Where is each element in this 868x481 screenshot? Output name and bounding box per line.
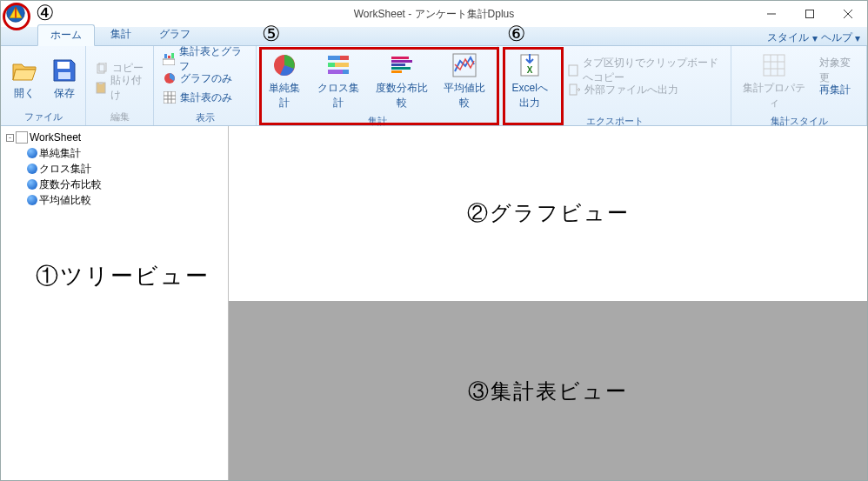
tree-item-cross[interactable]: クロス集計 xyxy=(3,161,226,177)
node-icon xyxy=(27,164,37,174)
client-area: - WorkSheet 単純集計 クロス集計 度数分布比較 平均値比較 ①ツリー… xyxy=(1,126,867,480)
svg-rect-36 xyxy=(569,65,578,76)
group-label-edit: 編集 xyxy=(86,110,153,125)
tab-tabulation[interactable]: 集計 xyxy=(98,24,144,45)
maximize-icon xyxy=(805,10,814,18)
close-button[interactable] xyxy=(829,1,867,27)
external-file-button[interactable]: 外部ファイルへ出力 xyxy=(564,80,725,99)
group-label-file: ファイル xyxy=(1,110,85,125)
save-button[interactable]: 保存 xyxy=(46,55,83,101)
node-icon xyxy=(27,179,37,190)
paste-icon xyxy=(95,81,107,95)
clipboard-tab-button[interactable]: タブ区切りでクリップボードへコピー xyxy=(564,61,725,80)
pie-icon xyxy=(163,71,177,85)
collapse-icon[interactable]: - xyxy=(6,134,14,142)
tab-home[interactable]: ホーム xyxy=(37,24,95,46)
tree-root[interactable]: - WorkSheet xyxy=(3,130,226,145)
table-graph-icon xyxy=(163,52,176,66)
svg-rect-6 xyxy=(58,72,70,79)
tree-item-mean[interactable]: 平均値比較 xyxy=(3,192,226,208)
distribution-icon xyxy=(388,51,416,79)
svg-rect-10 xyxy=(99,82,103,84)
table-icon xyxy=(163,90,177,104)
folder-open-icon xyxy=(10,57,38,84)
minimize-button[interactable] xyxy=(752,1,791,27)
svg-rect-13 xyxy=(168,56,170,58)
worksheet-icon xyxy=(16,131,28,144)
ribbon-tabs: ホーム 集計 グラフ スタイル ▾ ヘルプ ▾ xyxy=(1,27,867,46)
app-logo-icon xyxy=(6,3,25,23)
svg-rect-23 xyxy=(340,56,349,60)
label-tableview: ③集計表ビュー xyxy=(468,377,628,405)
floppy-save-icon xyxy=(50,57,78,84)
svg-rect-27 xyxy=(343,70,349,74)
svg-rect-14 xyxy=(171,53,174,58)
paste-button[interactable]: 貼り付け xyxy=(91,78,148,97)
svg-rect-11 xyxy=(163,59,175,65)
graph-view-pane: ②グラフビュー xyxy=(229,126,867,304)
retabulate-button[interactable]: 再集計 xyxy=(816,80,861,99)
simple-tab-button[interactable]: 単純集計 xyxy=(262,50,307,110)
svg-rect-25 xyxy=(335,63,349,67)
maximize-button[interactable] xyxy=(791,1,829,27)
svg-rect-28 xyxy=(391,57,409,59)
line-chart-icon xyxy=(451,51,478,79)
cross-tab-button[interactable]: クロス集計 xyxy=(310,50,365,110)
excel-export-icon: X xyxy=(516,51,544,79)
tree-view: - WorkSheet 単純集計 クロス集計 度数分布比較 平均値比較 ①ツリー… xyxy=(1,126,229,480)
change-target-button[interactable]: 対象変更 xyxy=(816,61,861,80)
excel-export-button[interactable]: X Excelへ出力 xyxy=(504,50,557,110)
svg-rect-38 xyxy=(764,55,785,76)
window-title: WorkSheet - アンケート集計Dplus xyxy=(354,7,514,22)
freq-dist-button[interactable]: 度数分布比較 xyxy=(369,50,433,110)
svg-text:X: X xyxy=(527,65,533,75)
titlebar: WorkSheet - アンケート集計Dplus xyxy=(1,1,867,27)
close-icon xyxy=(844,10,852,18)
open-button[interactable]: 開く xyxy=(6,55,43,101)
display-both-button[interactable]: 集計表とグラフ xyxy=(159,50,250,69)
svg-rect-30 xyxy=(391,63,405,66)
svg-rect-5 xyxy=(57,62,70,69)
pie-chart-icon xyxy=(270,51,298,79)
svg-rect-37 xyxy=(570,84,577,95)
group-label-tabulation: 集計 xyxy=(257,114,497,130)
tree-item-simple[interactable]: 単純集計 xyxy=(3,145,226,161)
clipboard-icon xyxy=(567,63,579,77)
stacked-bar-icon xyxy=(324,51,352,79)
chevron-down-icon: ▾ xyxy=(855,32,860,44)
file-export-icon xyxy=(567,83,581,97)
help-menu[interactable]: ヘルプ ▾ xyxy=(821,30,860,45)
svg-rect-32 xyxy=(391,70,402,73)
label-treeview: ①ツリービュー xyxy=(36,261,210,291)
svg-rect-12 xyxy=(164,54,167,58)
group-label-style: 集計スタイル xyxy=(731,114,866,130)
ribbon: 開く 保存 ファイル コピー xyxy=(1,46,867,126)
svg-rect-2 xyxy=(806,10,814,18)
tree-item-freq[interactable]: 度数分布比較 xyxy=(3,177,226,192)
mean-compare-button[interactable]: 平均値比較 xyxy=(437,50,492,110)
style-menu[interactable]: スタイル ▾ xyxy=(767,30,817,45)
svg-rect-31 xyxy=(391,67,411,70)
display-table-only-button[interactable]: 集計表のみ xyxy=(159,88,250,107)
group-label-display: 表示 xyxy=(154,110,256,126)
tab-properties-button[interactable]: 集計プロパティ xyxy=(737,50,812,110)
node-icon xyxy=(27,148,37,158)
label-graphview: ②グラフビュー xyxy=(467,199,630,227)
chevron-down-icon: ▾ xyxy=(812,32,818,44)
svg-rect-16 xyxy=(164,91,176,104)
svg-rect-29 xyxy=(391,60,412,63)
tab-graph[interactable]: グラフ xyxy=(147,24,203,45)
minimize-icon xyxy=(767,10,776,18)
copy-icon xyxy=(95,62,109,76)
group-label-export: エクスポート xyxy=(498,114,731,130)
grid-props-icon xyxy=(760,51,788,79)
display-graph-only-button[interactable]: グラフのみ xyxy=(159,69,250,88)
app-window: WorkSheet - アンケート集計Dplus ホーム 集計 グラフ スタイル… xyxy=(0,0,868,481)
node-icon xyxy=(27,195,37,205)
table-view-pane: ③集計表ビュー xyxy=(229,304,867,481)
